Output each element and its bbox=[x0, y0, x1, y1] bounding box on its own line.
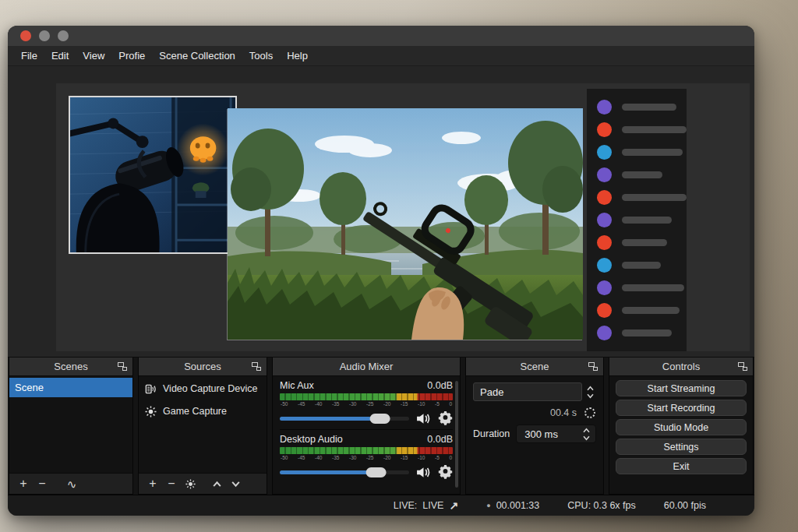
controls-header[interactable]: Controls bbox=[609, 358, 753, 376]
add-source-button[interactable]: + bbox=[145, 477, 161, 490]
exit-button[interactable]: Exit bbox=[616, 458, 747, 474]
game-preview[interactable] bbox=[228, 108, 583, 340]
external-arrow-icon[interactable]: ↗ bbox=[449, 499, 458, 512]
menu-item[interactable]: File bbox=[14, 48, 44, 64]
controls-title: Controls bbox=[662, 361, 700, 372]
scenes-header[interactable]: Scenes bbox=[9, 358, 132, 376]
scene-transitions-panel: Scene Pade 00.4 s D bbox=[465, 358, 604, 495]
menu-item[interactable]: Help bbox=[280, 48, 315, 64]
list-item[interactable] bbox=[587, 279, 687, 298]
sources-list: Video Capture Device Game Capture bbox=[139, 376, 267, 473]
duration-field[interactable]: 300 ms bbox=[516, 425, 596, 443]
popout-icon[interactable] bbox=[738, 362, 747, 371]
channel-name: Desktop Audio bbox=[280, 434, 343, 445]
color-dot-icon bbox=[597, 100, 612, 115]
speaker-icon[interactable] bbox=[416, 465, 431, 480]
sources-header[interactable]: Sources bbox=[139, 358, 267, 376]
list-item[interactable] bbox=[587, 301, 687, 320]
scrollbar[interactable] bbox=[455, 381, 458, 488]
chevron-up-icon[interactable] bbox=[586, 386, 595, 391]
transition-stepper[interactable] bbox=[584, 382, 596, 401]
source-item-video-capture[interactable]: Video Capture Device bbox=[139, 379, 267, 399]
duration-stepper[interactable] bbox=[581, 428, 592, 441]
audio-mixer-panel: Audio Mixer Mic Aux 0.0dB -50-45-40-35-3… bbox=[272, 358, 461, 495]
list-item[interactable] bbox=[587, 210, 687, 229]
chevron-up-icon[interactable] bbox=[582, 428, 591, 433]
gear-icon[interactable] bbox=[438, 465, 453, 480]
mixer-channel-desktop: Desktop Audio 0.0dB -50-45-40-35-30-25-2… bbox=[280, 429, 453, 479]
list-item[interactable] bbox=[587, 120, 687, 139]
scale-tick-label: -40 bbox=[315, 401, 322, 407]
live-value: LIVE bbox=[422, 500, 443, 511]
source-label: Video Capture Device bbox=[163, 383, 257, 394]
speaker-icon[interactable] bbox=[416, 411, 431, 426]
item-placeholder-bar bbox=[622, 262, 661, 269]
titlebar bbox=[8, 26, 754, 46]
list-item[interactable] bbox=[587, 324, 687, 343]
transition-select[interactable]: Pade bbox=[473, 382, 582, 401]
list-item[interactable] bbox=[587, 234, 687, 252]
live-label: LIVE: bbox=[394, 500, 418, 511]
list-item[interactable] bbox=[587, 256, 687, 275]
source-item-game-capture[interactable]: Game Capture bbox=[139, 401, 267, 421]
menu-item[interactable]: Edit bbox=[44, 48, 76, 64]
list-item[interactable] bbox=[587, 188, 687, 206]
list-item[interactable] bbox=[587, 97, 687, 116]
webcam-preview[interactable] bbox=[69, 96, 237, 254]
overlay-item-list bbox=[587, 89, 687, 351]
start-streaming-button[interactable]: Start Streaming bbox=[616, 380, 747, 396]
volume-slider[interactable] bbox=[280, 413, 409, 424]
scene-list-item[interactable]: Scene bbox=[9, 378, 132, 397]
settings-button[interactable]: Settings bbox=[616, 439, 747, 455]
fps-counter: 60.00 fpis bbox=[664, 500, 706, 511]
sources-toolbar: + − bbox=[139, 473, 267, 494]
popout-icon[interactable] bbox=[252, 362, 261, 371]
item-placeholder-bar bbox=[622, 284, 684, 291]
sources-title: Sources bbox=[184, 361, 221, 372]
volume-slider[interactable] bbox=[280, 467, 409, 477]
audio-mixer-header[interactable]: Audio Mixer bbox=[273, 358, 460, 376]
preview-zone bbox=[56, 83, 750, 351]
chevron-down-icon[interactable] bbox=[582, 435, 591, 441]
scale-tick-label: -30 bbox=[349, 455, 356, 461]
popout-icon[interactable] bbox=[588, 362, 598, 371]
item-placeholder-bar bbox=[622, 149, 683, 156]
sources-panel: Sources Video Capture Device Game Captur… bbox=[138, 358, 267, 495]
scenes-list: Scene bbox=[9, 376, 132, 473]
remove-source-button[interactable]: − bbox=[164, 477, 179, 490]
move-up-icon[interactable] bbox=[209, 479, 224, 489]
menu-item[interactable]: Profie bbox=[111, 48, 152, 64]
menu-item[interactable]: Tools bbox=[242, 48, 280, 64]
gear-icon[interactable] bbox=[438, 411, 453, 426]
chevron-down-icon[interactable] bbox=[586, 393, 595, 399]
list-item[interactable] bbox=[587, 143, 687, 161]
item-placeholder-bar bbox=[622, 217, 672, 224]
record-dot-icon: ● bbox=[486, 502, 490, 509]
add-scene-button[interactable]: + bbox=[16, 477, 31, 490]
popout-icon[interactable] bbox=[118, 362, 127, 371]
spinner-icon[interactable] bbox=[584, 407, 595, 418]
menu-item[interactable]: Scene Collection bbox=[152, 48, 242, 64]
controls-panel: Controls Start Streaming Start Recording… bbox=[609, 358, 754, 495]
scale-tick-label: 0 bbox=[449, 401, 452, 407]
item-placeholder-bar bbox=[622, 194, 687, 201]
zoom-button[interactable] bbox=[58, 30, 69, 41]
scale-tick-label: -25 bbox=[366, 455, 373, 461]
studio-mode-button[interactable]: Studio Mode bbox=[616, 419, 747, 435]
source-properties-icon[interactable] bbox=[182, 479, 198, 489]
menu-item[interactable]: View bbox=[76, 48, 111, 64]
move-down-icon[interactable] bbox=[228, 479, 243, 489]
remove-scene-button[interactable]: − bbox=[34, 477, 50, 490]
slider-handle[interactable] bbox=[366, 467, 387, 477]
color-dot-icon bbox=[597, 235, 612, 250]
close-button[interactable] bbox=[20, 30, 31, 41]
minimize-button[interactable] bbox=[39, 30, 50, 41]
list-item[interactable] bbox=[587, 165, 687, 184]
item-placeholder-bar bbox=[622, 239, 667, 246]
live-status: LIVE: LIVE ↗ bbox=[394, 499, 458, 512]
scene-transitions-header[interactable]: Scene bbox=[466, 358, 603, 376]
slider-handle[interactable] bbox=[370, 414, 390, 424]
start-recording-button[interactable]: Start Recording bbox=[616, 400, 747, 416]
scene-filters-icon[interactable]: ∿ bbox=[64, 478, 79, 490]
scale-tick-label: -45 bbox=[298, 401, 305, 407]
